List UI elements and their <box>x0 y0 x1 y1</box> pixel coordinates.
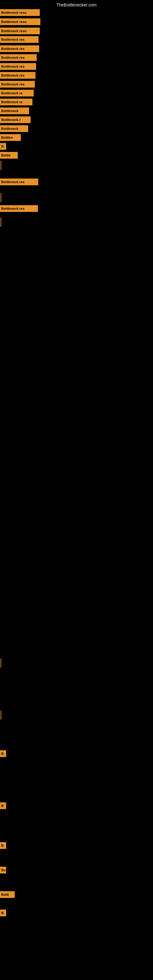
bottleneck-bar-12: Bottleneck r <box>0 116 30 123</box>
bottleneck-bar-6: Bottleneck res <box>0 63 36 70</box>
bottleneck-bar-17: Bottleneck res <box>0 178 38 185</box>
bottleneck-bar-13: Bottleneck <box>0 125 28 132</box>
bottleneck-bar-0: Bottleneck resu <box>0 9 40 16</box>
bottleneck-bar-4: Bottleneck res <box>0 45 39 52</box>
bottleneck-bar-1: Bottleneck resu <box>0 18 40 25</box>
vertical-line-2 <box>1 218 1 227</box>
bottleneck-bar-7: Bottleneck res <box>0 72 35 79</box>
bottleneck-bar-5: Bottleneck res <box>0 54 37 61</box>
bottleneck-bar-15: B <box>0 143 6 150</box>
bottleneck-bar-8: Bottleneck res <box>0 81 35 88</box>
bottleneck-bar-16: Bottle <box>0 152 18 159</box>
bottleneck-bar-20: B <box>0 802 6 809</box>
bottleneck-bar-2: Bottleneck resu <box>0 27 40 34</box>
bottleneck-bar-22: Bo <box>0 867 6 873</box>
vertical-line-0 <box>1 161 1 170</box>
bottleneck-bar-3: Bottleneck res <box>0 36 38 43</box>
bottleneck-bar-11: Bottleneck <box>0 108 29 114</box>
bottleneck-bar-21: B <box>0 842 6 849</box>
bottleneck-bar-14: Bottlen <box>0 134 21 141</box>
site-title: TheBottlenecker.com <box>56 2 97 7</box>
vertical-line-3 <box>1 659 1 668</box>
bottleneck-bar-18: Bottleneck res <box>0 205 38 212</box>
bottleneck-bar-24: B <box>0 910 6 916</box>
vertical-line-4 <box>1 711 1 720</box>
bottleneck-bar-9: Bottleneck re <box>0 90 33 97</box>
bottleneck-bar-23: Bottl <box>0 891 15 898</box>
bottleneck-bar-19: B <box>0 750 6 757</box>
vertical-line-1 <box>1 193 1 202</box>
bottleneck-bar-10: Bottleneck re <box>0 99 32 105</box>
